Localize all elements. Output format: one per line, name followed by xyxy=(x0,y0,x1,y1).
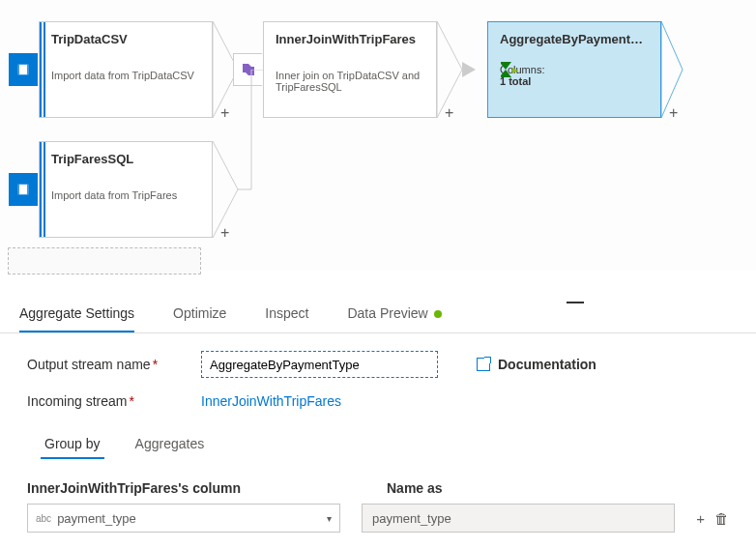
settings-panel: Output stream name* Documentation Incomi… xyxy=(0,333,756,548)
connector-arrow xyxy=(437,21,476,118)
node-title: AggregateByPaymentTy... xyxy=(488,22,660,50)
svg-marker-5 xyxy=(512,68,518,73)
groupby-tabs: Group by Aggregates xyxy=(27,424,729,459)
node-tripdata[interactable]: TripDataCSV Import data from TripDataCSV xyxy=(39,21,213,118)
tab-inspect[interactable]: Inspect xyxy=(265,300,308,332)
source-column-dropdown[interactable]: abc payment_type ▾ xyxy=(27,504,340,533)
source-icon xyxy=(9,173,38,206)
stripe xyxy=(40,142,45,237)
external-link-icon xyxy=(477,358,490,371)
column-header-source: InnerJoinWithTripFares's column xyxy=(27,480,363,496)
node-title: InnerJoinWithTripFares xyxy=(264,22,436,50)
preview-status-icon xyxy=(434,310,442,318)
tab-label: Data Preview xyxy=(347,305,427,321)
add-row-button[interactable]: + xyxy=(696,510,705,527)
tab-optimize[interactable]: Optimize xyxy=(173,300,226,332)
node-subtitle: Import data from TripDataCSV xyxy=(40,50,212,91)
documentation-link[interactable]: Documentation xyxy=(477,357,596,372)
collapse-handle[interactable] xyxy=(567,302,584,303)
node-subtitle: Import data from TripFares xyxy=(40,170,212,211)
incoming-stream-link[interactable]: InnerJoinWithTripFares xyxy=(201,393,341,409)
node-tripfares[interactable]: TripFaresSQL Import data from TripFares xyxy=(39,141,213,238)
dataflow-canvas[interactable]: TripDataCSV Import data from TripDataCSV… xyxy=(0,0,756,271)
svg-marker-6 xyxy=(661,21,683,118)
node-join[interactable]: InnerJoinWithTripFares Inner join on Tri… xyxy=(263,21,437,118)
ghost-placeholder[interactable] xyxy=(8,247,201,274)
svg-marker-4 xyxy=(462,62,476,77)
source-icon xyxy=(9,53,38,86)
subtab-groupby[interactable]: Group by xyxy=(41,430,104,459)
node-title: TripFaresSQL xyxy=(40,142,212,170)
subtab-aggregates[interactable]: Aggregates xyxy=(131,430,209,459)
tab-aggregate-settings[interactable]: Aggregate Settings xyxy=(19,300,134,332)
elbow-connector xyxy=(213,70,271,238)
chevron-down-icon: ▾ xyxy=(327,513,332,524)
svg-marker-3 xyxy=(437,21,462,118)
node-aggregate[interactable]: AggregateByPaymentTy... Columns: 1 total xyxy=(487,21,661,118)
settings-tabs: Aggregate Settings Optimize Inspect Data… xyxy=(0,290,756,333)
stripe xyxy=(40,22,45,117)
connector-arrow-end xyxy=(661,21,690,118)
node-title: TripDataCSV xyxy=(40,22,212,50)
node-subtitle: Inner join on TripDataCSV and TripFaresS… xyxy=(264,50,436,102)
incoming-stream-label: Incoming stream* xyxy=(27,393,201,409)
documentation-label: Documentation xyxy=(498,357,596,372)
aggregate-icon xyxy=(498,59,519,83)
alias-input[interactable] xyxy=(362,504,675,533)
tab-data-preview[interactable]: Data Preview xyxy=(347,300,441,332)
output-stream-label: Output stream name* xyxy=(27,357,201,372)
column-header-alias: Name as xyxy=(387,480,443,496)
dropdown-value: payment_type xyxy=(57,511,136,526)
delete-row-button[interactable]: 🗑 xyxy=(714,510,729,527)
output-stream-input[interactable] xyxy=(201,351,438,378)
type-badge: abc xyxy=(36,513,51,524)
